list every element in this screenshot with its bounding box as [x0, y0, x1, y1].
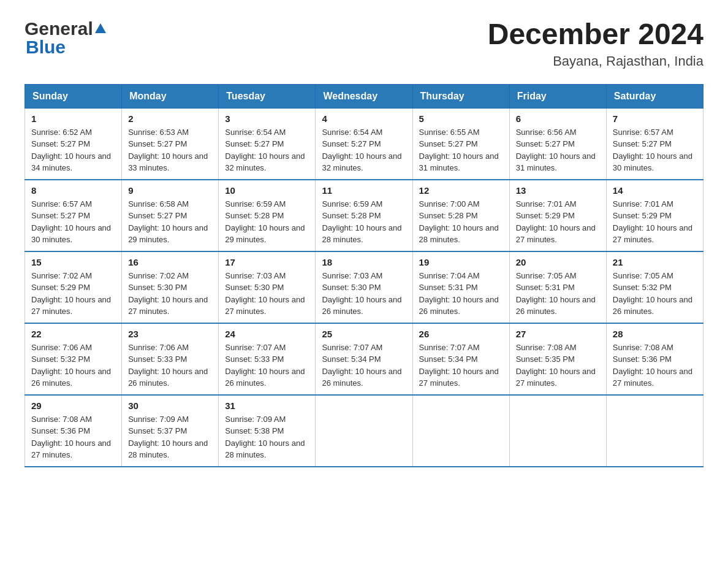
day-info: Sunrise: 6:52 AM Sunset: 5:27 PM Dayligh… — [31, 126, 115, 174]
calendar-cell: 30 Sunrise: 7:09 AM Sunset: 5:37 PM Dayl… — [122, 395, 219, 467]
sunset-label: Sunset: 5:27 PM — [419, 139, 478, 148]
sunset-label: Sunset: 5:38 PM — [225, 426, 284, 435]
day-number: 3 — [225, 113, 309, 124]
calendar-week-4: 22 Sunrise: 7:06 AM Sunset: 5:32 PM Dayl… — [25, 323, 703, 395]
day-number: 23 — [128, 329, 212, 339]
calendar-cell: 1 Sunrise: 6:52 AM Sunset: 5:27 PM Dayli… — [25, 108, 122, 180]
sunrise-label: Sunrise: 7:03 AM — [322, 271, 382, 280]
sunset-label: Sunset: 5:27 PM — [31, 139, 90, 148]
sunrise-label: Sunrise: 7:07 AM — [419, 343, 480, 352]
sunset-label: Sunset: 5:27 PM — [613, 139, 672, 148]
sunrise-label: Sunrise: 6:59 AM — [322, 199, 382, 209]
sunset-label: Sunset: 5:27 PM — [31, 211, 90, 220]
calendar-cell: 28 Sunrise: 7:08 AM Sunset: 5:36 PM Dayl… — [606, 323, 703, 395]
day-number: 13 — [516, 185, 600, 196]
calendar-cell: 27 Sunrise: 7:08 AM Sunset: 5:35 PM Dayl… — [509, 323, 606, 395]
calendar-cell — [316, 395, 412, 467]
day-info: Sunrise: 7:02 AM Sunset: 5:29 PM Dayligh… — [31, 270, 115, 318]
calendar-cell: 17 Sunrise: 7:03 AM Sunset: 5:30 PM Dayl… — [219, 251, 316, 323]
calendar-cell: 18 Sunrise: 7:03 AM Sunset: 5:30 PM Dayl… — [316, 251, 412, 323]
day-info: Sunrise: 7:08 AM Sunset: 5:36 PM Dayligh… — [31, 413, 115, 461]
day-number: 24 — [225, 329, 309, 339]
daylight-label: Daylight: 10 hours and 27 minutes. — [516, 367, 596, 388]
daylight-label: Daylight: 10 hours and 26 minutes. — [128, 367, 208, 388]
day-number: 9 — [128, 185, 212, 196]
sunset-label: Sunset: 5:27 PM — [516, 139, 575, 148]
calendar-cell — [606, 395, 703, 467]
calendar-cell: 25 Sunrise: 7:07 AM Sunset: 5:34 PM Dayl… — [316, 323, 412, 395]
sunset-label: Sunset: 5:35 PM — [516, 354, 575, 364]
calendar-cell: 7 Sunrise: 6:57 AM Sunset: 5:27 PM Dayli… — [606, 108, 703, 180]
calendar-cell: 2 Sunrise: 6:53 AM Sunset: 5:27 PM Dayli… — [122, 108, 219, 180]
sunrise-label: Sunrise: 7:03 AM — [225, 271, 286, 280]
day-info: Sunrise: 7:01 AM Sunset: 5:29 PM Dayligh… — [613, 198, 697, 246]
calendar-week-5: 29 Sunrise: 7:08 AM Sunset: 5:36 PM Dayl… — [25, 395, 703, 467]
sunset-label: Sunset: 5:31 PM — [516, 283, 575, 292]
day-number: 22 — [31, 329, 115, 339]
sunrise-label: Sunrise: 7:07 AM — [225, 343, 286, 352]
calendar-week-3: 15 Sunrise: 7:02 AM Sunset: 5:29 PM Dayl… — [25, 251, 703, 323]
daylight-label: Daylight: 10 hours and 27 minutes. — [31, 439, 111, 460]
calendar-cell: 16 Sunrise: 7:02 AM Sunset: 5:30 PM Dayl… — [122, 251, 219, 323]
sunset-label: Sunset: 5:29 PM — [613, 211, 672, 220]
day-info: Sunrise: 6:57 AM Sunset: 5:27 PM Dayligh… — [613, 126, 697, 174]
day-header-wednesday: Wednesday — [316, 84, 412, 108]
daylight-label: Daylight: 10 hours and 30 minutes. — [613, 151, 692, 173]
day-info: Sunrise: 7:02 AM Sunset: 5:30 PM Dayligh… — [128, 270, 212, 318]
sunrise-label: Sunrise: 6:54 AM — [225, 128, 286, 137]
day-number: 10 — [225, 185, 309, 196]
sunrise-label: Sunrise: 6:56 AM — [516, 128, 577, 137]
logo: General Blue — [25, 18, 106, 58]
day-header-monday: Monday — [122, 84, 219, 108]
day-info: Sunrise: 7:05 AM Sunset: 5:32 PM Dayligh… — [613, 270, 697, 318]
day-header-thursday: Thursday — [412, 84, 509, 108]
calendar-cell: 24 Sunrise: 7:07 AM Sunset: 5:33 PM Dayl… — [219, 323, 316, 395]
day-info: Sunrise: 6:55 AM Sunset: 5:27 PM Dayligh… — [419, 126, 503, 174]
logo-blue-text: Blue — [25, 37, 106, 58]
calendar-cell: 8 Sunrise: 6:57 AM Sunset: 5:27 PM Dayli… — [25, 180, 122, 251]
day-number: 1 — [31, 113, 115, 124]
sunset-label: Sunset: 5:33 PM — [225, 354, 284, 364]
daylight-label: Daylight: 10 hours and 27 minutes. — [516, 223, 596, 245]
sunset-label: Sunset: 5:30 PM — [128, 283, 187, 292]
day-number: 8 — [31, 185, 115, 196]
sunset-label: Sunset: 5:37 PM — [128, 426, 187, 435]
sunset-label: Sunset: 5:32 PM — [613, 283, 672, 292]
calendar-cell: 22 Sunrise: 7:06 AM Sunset: 5:32 PM Dayl… — [25, 323, 122, 395]
sunrise-label: Sunrise: 7:09 AM — [225, 415, 286, 424]
calendar-cell: 4 Sunrise: 6:54 AM Sunset: 5:27 PM Dayli… — [316, 108, 412, 180]
sunset-label: Sunset: 5:34 PM — [419, 354, 478, 364]
calendar-cell — [412, 395, 509, 467]
sunrise-label: Sunrise: 7:01 AM — [613, 199, 673, 209]
daylight-label: Daylight: 10 hours and 27 minutes. — [613, 367, 692, 388]
day-info: Sunrise: 6:57 AM Sunset: 5:27 PM Dayligh… — [31, 198, 115, 246]
daylight-label: Daylight: 10 hours and 32 minutes. — [322, 151, 401, 173]
day-info: Sunrise: 6:58 AM Sunset: 5:27 PM Dayligh… — [128, 198, 212, 246]
daylight-label: Daylight: 10 hours and 26 minutes. — [516, 295, 596, 316]
day-number: 11 — [322, 185, 406, 196]
day-number: 15 — [31, 257, 115, 267]
sunrise-label: Sunrise: 7:09 AM — [128, 415, 189, 424]
sunset-label: Sunset: 5:27 PM — [225, 139, 284, 148]
daylight-label: Daylight: 10 hours and 28 minutes. — [225, 439, 305, 460]
sunset-label: Sunset: 5:29 PM — [516, 211, 575, 220]
sunrise-label: Sunrise: 6:59 AM — [225, 199, 286, 209]
sunset-label: Sunset: 5:31 PM — [419, 283, 478, 292]
day-info: Sunrise: 6:54 AM Sunset: 5:27 PM Dayligh… — [322, 126, 406, 174]
calendar-cell: 21 Sunrise: 7:05 AM Sunset: 5:32 PM Dayl… — [606, 251, 703, 323]
day-number: 30 — [128, 400, 212, 411]
calendar-cell: 9 Sunrise: 6:58 AM Sunset: 5:27 PM Dayli… — [122, 180, 219, 251]
day-info: Sunrise: 7:03 AM Sunset: 5:30 PM Dayligh… — [225, 270, 309, 318]
sunrise-label: Sunrise: 7:01 AM — [516, 199, 577, 209]
day-info: Sunrise: 6:53 AM Sunset: 5:27 PM Dayligh… — [128, 126, 212, 174]
day-info: Sunrise: 6:54 AM Sunset: 5:27 PM Dayligh… — [225, 126, 309, 174]
day-info: Sunrise: 7:05 AM Sunset: 5:31 PM Dayligh… — [516, 270, 600, 318]
calendar-header: SundayMondayTuesdayWednesdayThursdayFrid… — [25, 84, 703, 108]
calendar-cell: 14 Sunrise: 7:01 AM Sunset: 5:29 PM Dayl… — [606, 180, 703, 251]
daylight-label: Daylight: 10 hours and 34 minutes. — [31, 151, 111, 173]
day-info: Sunrise: 7:07 AM Sunset: 5:34 PM Dayligh… — [419, 342, 503, 389]
day-info: Sunrise: 7:01 AM Sunset: 5:29 PM Dayligh… — [516, 198, 600, 246]
calendar-cell: 10 Sunrise: 6:59 AM Sunset: 5:28 PM Dayl… — [219, 180, 316, 251]
sunrise-label: Sunrise: 7:05 AM — [516, 271, 577, 280]
day-number: 12 — [419, 185, 503, 196]
